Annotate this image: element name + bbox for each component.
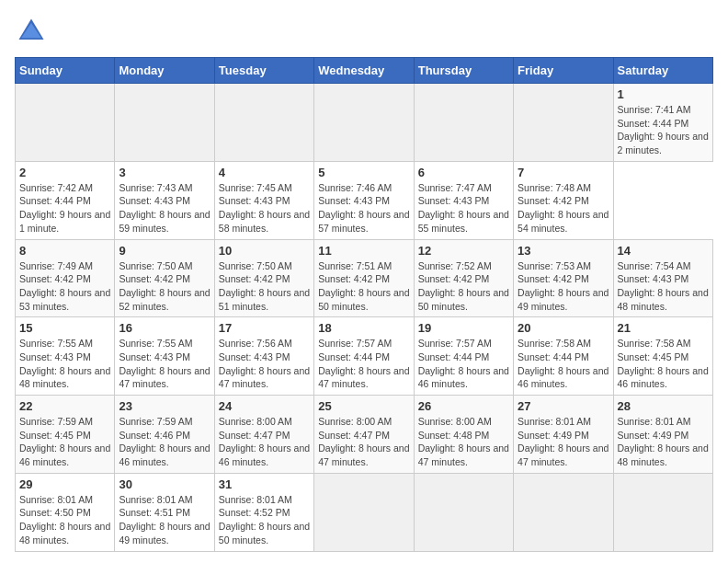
empty-cell: [16, 84, 115, 162]
day-info: Sunrise: 8:01 AMSunset: 4:49 PMDaylight:…: [618, 415, 709, 469]
day-info: Sunrise: 8:00 AMSunset: 4:48 PMDaylight:…: [418, 415, 509, 469]
day-number: 22: [19, 399, 110, 413]
day-number: 16: [119, 321, 210, 335]
day-info: Sunrise: 7:50 AMSunset: 4:42 PMDaylight:…: [119, 259, 210, 314]
day-number: 21: [618, 321, 709, 335]
calendar-week-1: 1Sunrise: 7:41 AMSunset: 4:44 PMDaylight…: [16, 84, 713, 162]
empty-cell: [314, 84, 414, 162]
empty-cell: [314, 473, 414, 551]
day-number: 7: [518, 166, 609, 179]
empty-cell: [514, 84, 613, 162]
day-info: Sunrise: 7:43 AMSunset: 4:43 PMDaylight:…: [119, 181, 210, 236]
day-cell-17: 17Sunrise: 7:56 AMSunset: 4:43 PMDayligh…: [214, 317, 313, 396]
day-info: Sunrise: 8:01 AMSunset: 4:51 PMDaylight:…: [119, 493, 210, 547]
day-info: Sunrise: 7:54 AMSunset: 4:43 PMDaylight:…: [618, 259, 709, 314]
day-cell-22: 22Sunrise: 7:59 AMSunset: 4:45 PMDayligh…: [16, 396, 115, 474]
day-info: Sunrise: 7:53 AMSunset: 4:42 PMDaylight:…: [518, 259, 609, 314]
calendar-header-monday: Monday: [115, 58, 214, 84]
day-info: Sunrise: 7:47 AMSunset: 4:43 PMDaylight:…: [418, 181, 509, 236]
day-cell-18: 18Sunrise: 7:57 AMSunset: 4:44 PMDayligh…: [314, 317, 414, 396]
day-cell-27: 27Sunrise: 8:01 AMSunset: 4:49 PMDayligh…: [514, 396, 613, 474]
day-info: Sunrise: 7:58 AMSunset: 4:45 PMDaylight:…: [618, 337, 709, 391]
day-number: 25: [318, 399, 409, 413]
day-cell-1: 1Sunrise: 7:41 AMSunset: 4:44 PMDaylight…: [613, 84, 712, 162]
day-cell-12: 12Sunrise: 7:52 AMSunset: 4:42 PMDayligh…: [414, 239, 513, 317]
day-cell-16: 16Sunrise: 7:55 AMSunset: 4:43 PMDayligh…: [115, 317, 214, 396]
day-info: Sunrise: 7:51 AMSunset: 4:42 PMDaylight:…: [318, 259, 409, 314]
day-cell-2: 2Sunrise: 7:42 AMSunset: 4:44 PMDaylight…: [16, 161, 115, 239]
day-info: Sunrise: 7:56 AMSunset: 4:43 PMDaylight:…: [219, 337, 310, 391]
day-info: Sunrise: 8:01 AMSunset: 4:52 PMDaylight:…: [219, 493, 310, 547]
day-cell-10: 10Sunrise: 7:50 AMSunset: 4:42 PMDayligh…: [214, 239, 313, 317]
calendar-header-tuesday: Tuesday: [214, 58, 313, 84]
day-number: 31: [219, 477, 310, 491]
calendar-header-saturday: Saturday: [613, 58, 712, 84]
day-info: Sunrise: 7:57 AMSunset: 4:44 PMDaylight:…: [318, 337, 409, 391]
day-cell-19: 19Sunrise: 7:57 AMSunset: 4:44 PMDayligh…: [414, 317, 513, 396]
day-info: Sunrise: 7:59 AMSunset: 4:46 PMDaylight:…: [119, 415, 210, 469]
day-info: Sunrise: 7:49 AMSunset: 4:42 PMDaylight:…: [19, 259, 110, 314]
page-header: [15, 15, 713, 48]
day-cell-30: 30Sunrise: 8:01 AMSunset: 4:51 PMDayligh…: [115, 473, 214, 551]
day-number: 10: [219, 244, 310, 258]
day-cell-11: 11Sunrise: 7:51 AMSunset: 4:42 PMDayligh…: [314, 239, 414, 317]
day-cell-21: 21Sunrise: 7:58 AMSunset: 4:45 PMDayligh…: [613, 317, 712, 396]
day-info: Sunrise: 7:55 AMSunset: 4:43 PMDaylight:…: [19, 337, 110, 391]
calendar-week-4: 15Sunrise: 7:55 AMSunset: 4:43 PMDayligh…: [16, 317, 713, 396]
calendar-week-6: 29Sunrise: 8:01 AMSunset: 4:50 PMDayligh…: [16, 473, 713, 551]
day-info: Sunrise: 8:01 AMSunset: 4:50 PMDaylight:…: [19, 493, 110, 547]
day-number: 14: [618, 244, 709, 258]
calendar-header-friday: Friday: [514, 58, 613, 84]
day-number: 15: [19, 321, 110, 335]
calendar-week-3: 8Sunrise: 7:49 AMSunset: 4:42 PMDaylight…: [16, 239, 713, 317]
empty-cell: [613, 473, 712, 551]
day-number: 27: [518, 399, 609, 413]
day-cell-8: 8Sunrise: 7:49 AMSunset: 4:42 PMDaylight…: [16, 239, 115, 317]
calendar-header-sunday: Sunday: [16, 58, 115, 84]
day-number: 26: [418, 399, 509, 413]
day-cell-20: 20Sunrise: 7:58 AMSunset: 4:44 PMDayligh…: [514, 317, 613, 396]
day-info: Sunrise: 7:50 AMSunset: 4:42 PMDaylight:…: [219, 259, 310, 314]
empty-cell: [414, 473, 513, 551]
day-number: 20: [518, 321, 609, 335]
day-info: Sunrise: 8:00 AMSunset: 4:47 PMDaylight:…: [318, 415, 409, 469]
empty-cell: [115, 84, 214, 162]
day-cell-29: 29Sunrise: 8:01 AMSunset: 4:50 PMDayligh…: [16, 473, 115, 551]
empty-cell: [414, 84, 513, 162]
logo: [15, 15, 51, 48]
calendar-header-wednesday: Wednesday: [314, 58, 414, 84]
day-number: 1: [618, 87, 709, 101]
day-info: Sunrise: 7:52 AMSunset: 4:42 PMDaylight:…: [418, 259, 509, 314]
day-cell-26: 26Sunrise: 8:00 AMSunset: 4:48 PMDayligh…: [414, 396, 513, 474]
day-cell-23: 23Sunrise: 7:59 AMSunset: 4:46 PMDayligh…: [115, 396, 214, 474]
day-number: 30: [119, 477, 210, 491]
day-number: 4: [219, 166, 310, 179]
day-number: 2: [19, 166, 110, 179]
day-info: Sunrise: 7:59 AMSunset: 4:45 PMDaylight:…: [19, 415, 110, 469]
day-number: 12: [418, 244, 509, 258]
day-number: 11: [318, 244, 409, 258]
day-number: 28: [618, 399, 709, 413]
day-cell-13: 13Sunrise: 7:53 AMSunset: 4:42 PMDayligh…: [514, 239, 613, 317]
day-cell-25: 25Sunrise: 8:00 AMSunset: 4:47 PMDayligh…: [314, 396, 414, 474]
day-cell-9: 9Sunrise: 7:50 AMSunset: 4:42 PMDaylight…: [115, 239, 214, 317]
calendar-week-5: 22Sunrise: 7:59 AMSunset: 4:45 PMDayligh…: [16, 396, 713, 474]
day-number: 23: [119, 399, 210, 413]
day-info: Sunrise: 7:58 AMSunset: 4:44 PMDaylight:…: [518, 337, 609, 391]
day-number: 19: [418, 321, 509, 335]
day-info: Sunrise: 7:55 AMSunset: 4:43 PMDaylight:…: [119, 337, 210, 391]
day-info: Sunrise: 7:45 AMSunset: 4:43 PMDaylight:…: [219, 181, 310, 236]
day-number: 6: [418, 166, 509, 179]
empty-cell: [214, 84, 313, 162]
day-number: 17: [219, 321, 310, 335]
logo-icon: [15, 15, 48, 48]
day-number: 13: [518, 244, 609, 258]
day-cell-5: 5Sunrise: 7:46 AMSunset: 4:43 PMDaylight…: [314, 161, 414, 239]
day-number: 5: [318, 166, 409, 179]
day-cell-24: 24Sunrise: 8:00 AMSunset: 4:47 PMDayligh…: [214, 396, 313, 474]
day-cell-3: 3Sunrise: 7:43 AMSunset: 4:43 PMDaylight…: [115, 161, 214, 239]
day-info: Sunrise: 7:48 AMSunset: 4:42 PMDaylight:…: [518, 181, 609, 236]
day-cell-7: 7Sunrise: 7:48 AMSunset: 4:42 PMDaylight…: [514, 161, 613, 239]
calendar-header-thursday: Thursday: [414, 58, 513, 84]
day-cell-31: 31Sunrise: 8:01 AMSunset: 4:52 PMDayligh…: [214, 473, 313, 551]
